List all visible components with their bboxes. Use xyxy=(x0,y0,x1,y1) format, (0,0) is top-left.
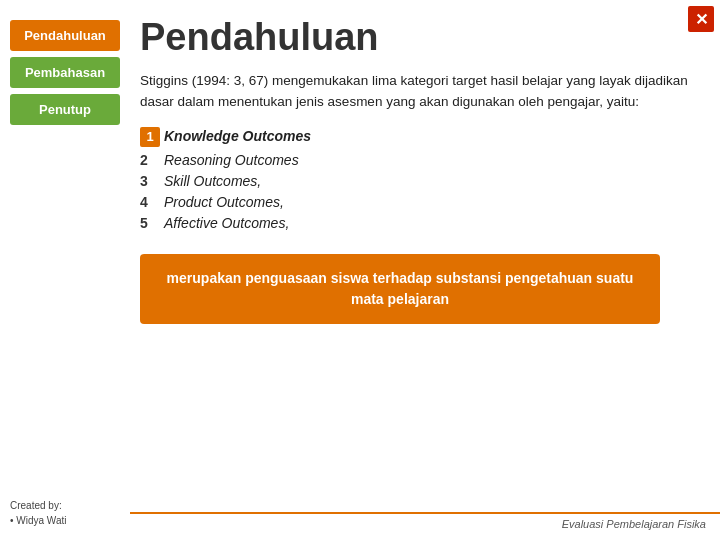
created-by-label: Created by: xyxy=(10,500,62,511)
main-content: Pendahuluan Stiggins (1994: 3, 67) menge… xyxy=(130,0,720,540)
outcome-item-2: 2 Reasoning Outcomes xyxy=(140,152,700,168)
summary-box: merupakan penguasaan siswa terhadap subs… xyxy=(140,254,660,324)
outcome-text-5: Affective Outcomes, xyxy=(164,215,289,231)
outcome-number-4: 4 xyxy=(140,194,164,210)
outcome-item-4: 4 Product Outcomes, xyxy=(140,194,700,210)
close-icon: ✕ xyxy=(695,10,708,29)
outcome-number-2: 2 xyxy=(140,152,164,168)
sidebar: Pendahuluan Pembahasan Penutup xyxy=(0,0,130,540)
created-by-name: • Widya Wati xyxy=(10,515,66,526)
footer-text: Evaluasi Pembelajaran Fisika xyxy=(562,518,706,530)
bottom-line xyxy=(130,512,720,514)
outcome-text-3: Skill Outcomes, xyxy=(164,173,261,189)
intro-text: Stiggins (1994: 3, 67) mengemukakan lima… xyxy=(140,71,700,113)
sidebar-btn-pendahuluan[interactable]: Pendahuluan xyxy=(10,20,120,51)
created-by: Created by: • Widya Wati xyxy=(10,498,66,528)
close-button[interactable]: ✕ xyxy=(688,6,714,32)
outcomes-list: 1 Knowledge Outcomes 2 Reasoning Outcome… xyxy=(140,127,700,236)
outcome-number-3: 3 xyxy=(140,173,164,189)
outcome-number-1: 1 xyxy=(140,127,160,147)
slide-container: ✕ Pendahuluan Pembahasan Penutup Pendahu… xyxy=(0,0,720,540)
outcome-text-2: Reasoning Outcomes xyxy=(164,152,299,168)
outcome-text-4: Product Outcomes, xyxy=(164,194,284,210)
outcome-item-1: 1 Knowledge Outcomes xyxy=(140,127,700,147)
outcome-number-5: 5 xyxy=(140,215,164,231)
sidebar-btn-penutup[interactable]: Penutup xyxy=(10,94,120,125)
outcome-text-1: Knowledge Outcomes xyxy=(164,128,311,144)
outcome-item-3: 3 Skill Outcomes, xyxy=(140,173,700,189)
outcome-item-5: 5 Affective Outcomes, xyxy=(140,215,700,231)
page-title: Pendahuluan xyxy=(140,16,700,59)
sidebar-btn-pembahasan[interactable]: Pembahasan xyxy=(10,57,120,88)
